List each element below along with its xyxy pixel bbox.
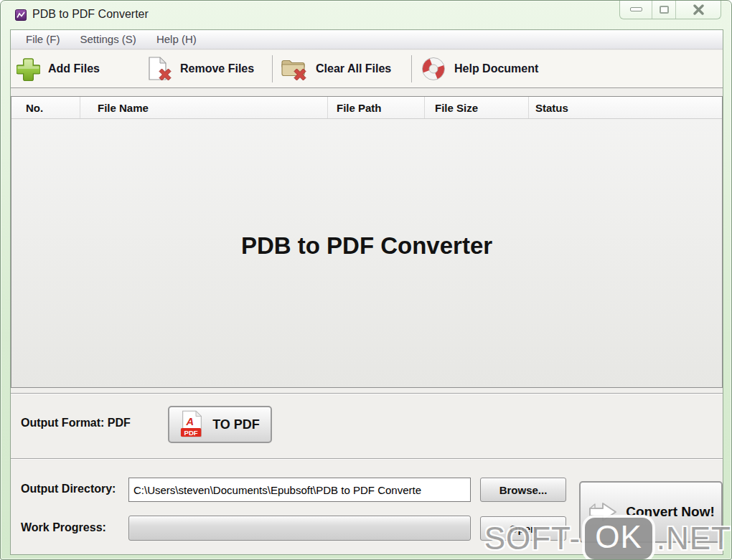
svg-text:A: A (186, 416, 194, 427)
close-icon (693, 4, 705, 15)
menu-item-file[interactable]: File (F) (17, 30, 70, 49)
app-icon (15, 9, 27, 21)
output-format-label: Output Format: PDF (21, 417, 131, 430)
empty-table-title: PDB to PDF Converter (11, 232, 722, 260)
svg-text:PDF: PDF (184, 428, 198, 436)
to-pdf-button-label: TO PDF (212, 417, 260, 432)
menu-item-help[interactable]: Help (H) (147, 30, 206, 49)
menu-item-settings[interactable]: Settings (S) (71, 30, 146, 49)
help-document-label: Help Document (454, 62, 538, 75)
site-watermark: SOFT- OK .NET (484, 515, 731, 560)
remove-files-button[interactable]: Remove Files (146, 50, 254, 87)
work-progress-bar (128, 516, 471, 541)
column-header-no[interactable]: No. (11, 97, 80, 118)
maximize-button[interactable] (652, 0, 676, 19)
browse-button[interactable]: Browse... (480, 478, 566, 502)
clear-all-files-button[interactable]: Clear All Files (281, 50, 391, 87)
column-header-file-size[interactable]: File Size (425, 97, 529, 118)
help-document-icon (421, 56, 446, 82)
toolbar: Add Files Remove Files (11, 50, 723, 88)
output-directory-input[interactable] (128, 478, 471, 502)
browse-button-label: Browse... (499, 484, 548, 496)
client-area: File (F) Settings (S) Help (H) Add Files (10, 29, 723, 555)
work-progress-label: Work Progress: (21, 521, 106, 534)
column-header-status[interactable]: Status (529, 97, 722, 118)
minimize-button[interactable] (620, 0, 652, 19)
add-files-button[interactable]: Add Files (17, 50, 100, 87)
pdf-file-icon: A PDF (180, 410, 204, 440)
toolbar-separator (411, 55, 412, 82)
remove-files-label: Remove Files (180, 62, 254, 75)
add-files-icon (17, 57, 40, 81)
output-directory-label: Output Directory: (21, 483, 116, 495)
file-table-header: No. File Name File Path File Size Status (11, 97, 722, 119)
watermark-left: SOFT- (484, 521, 581, 556)
file-table: No. File Name File Path File Size Status… (11, 96, 723, 388)
separator (11, 458, 723, 459)
toolbar-separator (272, 55, 273, 82)
column-header-file-name[interactable]: File Name (80, 97, 328, 118)
titlebar[interactable]: PDB to PDF Converter (1, 1, 731, 29)
window-controls (619, 0, 721, 19)
separator (11, 393, 723, 394)
maximize-icon (660, 6, 669, 14)
clear-all-files-label: Clear All Files (316, 62, 391, 75)
window-title: PDB to PDF Converter (32, 8, 149, 21)
to-pdf-button[interactable]: A PDF TO PDF (168, 406, 272, 443)
watermark-badge: OK (582, 515, 655, 560)
watermark-right: .NET (657, 521, 731, 556)
remove-file-icon (146, 57, 172, 81)
file-table-body[interactable]: PDB to PDF Converter (11, 119, 722, 387)
minimize-icon (630, 7, 642, 11)
column-header-file-path[interactable]: File Path (328, 97, 425, 118)
app-window: PDB to PDF Converter File (F) Settings (… (0, 0, 732, 560)
close-button[interactable] (676, 0, 721, 19)
help-document-button[interactable]: Help Document (421, 50, 538, 87)
add-files-label: Add Files (48, 62, 100, 75)
clear-all-files-icon (281, 57, 308, 81)
menubar: File (F) Settings (S) Help (H) (11, 30, 723, 49)
